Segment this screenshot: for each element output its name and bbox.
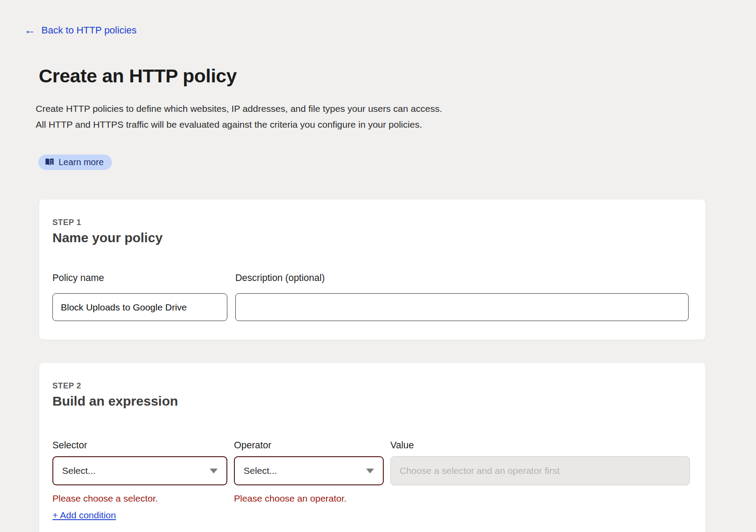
learn-more-label: Learn more bbox=[59, 157, 104, 167]
add-condition-link[interactable]: + Add condition bbox=[52, 510, 116, 521]
operator-select-value: Select... bbox=[244, 466, 277, 476]
back-link-label: Back to HTTP policies bbox=[41, 25, 137, 36]
selector-label: Selector bbox=[52, 440, 87, 451]
back-arrow-icon: ← bbox=[24, 24, 36, 36]
chevron-down-icon bbox=[366, 469, 374, 473]
operator-label: Operator bbox=[234, 440, 271, 451]
step2-heading: Build an expression bbox=[52, 394, 178, 409]
step1-heading: Name your policy bbox=[52, 230, 163, 245]
step2-card: STEP 2 Build an expression Selector Oper… bbox=[39, 362, 706, 532]
chevron-down-icon bbox=[210, 469, 218, 473]
policy-name-label: Policy name bbox=[52, 273, 104, 284]
selector-select-value: Select... bbox=[62, 466, 96, 476]
operator-select[interactable]: Select... bbox=[234, 456, 384, 485]
selector-error-message: Please choose a selector. bbox=[52, 493, 158, 504]
page-description-line1: Create HTTP policies to define which web… bbox=[36, 101, 442, 117]
selector-select[interactable]: Select... bbox=[52, 456, 227, 485]
operator-error-message: Please choose an operator. bbox=[234, 493, 347, 504]
description-label: Description (optional) bbox=[235, 273, 325, 284]
book-icon bbox=[45, 158, 54, 166]
step2-label: STEP 2 bbox=[52, 381, 81, 391]
policy-name-input[interactable] bbox=[52, 293, 227, 321]
page-title: Create an HTTP policy bbox=[39, 65, 237, 87]
back-link[interactable]: ← Back to HTTP policies bbox=[24, 25, 137, 36]
value-input[interactable] bbox=[390, 456, 690, 485]
step1-label: STEP 1 bbox=[52, 218, 81, 227]
description-input[interactable] bbox=[235, 293, 689, 321]
page-description-line2: All HTTP and HTTPS traffic will be evalu… bbox=[36, 117, 422, 133]
learn-more-button[interactable]: Learn more bbox=[38, 155, 112, 170]
step1-card: STEP 1 Name your policy Policy name Desc… bbox=[39, 199, 706, 340]
value-label: Value bbox=[390, 440, 414, 451]
